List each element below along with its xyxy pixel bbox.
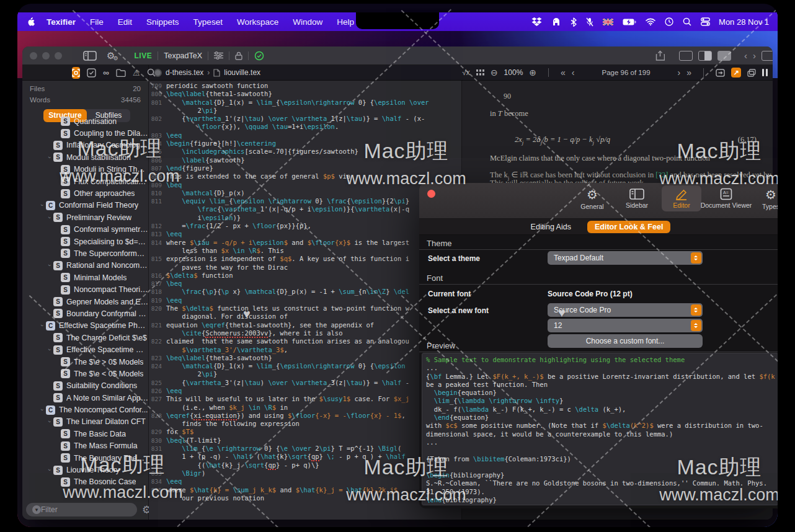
- editor-line[interactable]: 827This will be useful to us later in th…: [149, 395, 461, 403]
- editor-line[interactable]: 820The $\delta$ function lets us constru…: [149, 304, 461, 313]
- editor-line[interactable]: 807\end{figure}: [149, 164, 461, 172]
- files-mode-icon[interactable]: [116, 69, 126, 77]
- editor-line[interactable]: 819\eeq: [149, 296, 461, 304]
- editor-line[interactable]: {(\hat{k}_j \sqrt{qp} - p+ q)\}: [149, 461, 461, 469]
- editor-line[interactable]: i\epsilon)}: [149, 214, 461, 222]
- dropbox-icon[interactable]: [531, 17, 542, 27]
- structure-item[interactable]: SCoupling to the Dilato...: [22, 127, 148, 139]
- editor-line[interactable]: 812 =\frac{1/2 - px + \floor{px}}{p},: [149, 222, 461, 230]
- structure-item[interactable]: SGepner Models and Exa...: [22, 296, 148, 308]
- structure-item[interactable]: SA Note on Similar Appr...: [22, 392, 148, 404]
- lock-icon[interactable]: [235, 51, 242, 60]
- editor-line[interactable]: 802 {\vartheta_1'(z|\tau) \over \varthet…: [149, 115, 461, 123]
- structure-item[interactable]: SModuli in String Theory: [22, 164, 148, 175]
- filter-input[interactable]: [26, 503, 137, 516]
- structure-item[interactable]: SOther approaches: [22, 187, 148, 199]
- symbols-mode-icon[interactable]: ∞: [103, 68, 109, 78]
- zoom-level[interactable]: 100%: [504, 68, 523, 77]
- editor-line[interactable]: 813\eeq: [149, 230, 461, 238]
- editor-line[interactable]: \cite{Schomerus:2003vv}, where it is als…: [149, 329, 461, 337]
- typeset-options-sliders-icon[interactable]: [214, 51, 223, 60]
- editor-line[interactable]: \frac{\vartheta_1'(x|-q/p + i\epsilon)}{…: [149, 205, 461, 213]
- syntax-check-icon[interactable]: [254, 51, 264, 61]
- structure-item[interactable]: SSuitability Conditions: [22, 380, 148, 392]
- editor-line[interactable]: 801 \mathcal{D}_1(x) = \lim_{\epsilon\ri…: [149, 99, 461, 107]
- prefs-tab-editor[interactable]: Editor: [662, 185, 701, 211]
- font-size-dropdown[interactable]: 12: [548, 319, 703, 332]
- input-flag-icon[interactable]: [603, 19, 613, 25]
- extra-view-button[interactable]: [762, 51, 773, 61]
- apple-menu[interactable]: [26, 17, 35, 27]
- structure-item[interactable]: ›SLiouville Theory: [22, 464, 148, 476]
- structure-item[interactable]: SThe Basic Data: [22, 428, 148, 440]
- battery-icon[interactable]: [623, 19, 636, 25]
- view-pdf-only-button[interactable]: [717, 51, 731, 61]
- editor-line[interactable]: 818 \frac{\p}{\p x} \mathcal{D}_p(x) = -…: [149, 288, 461, 296]
- editor-line[interactable]: 831 \lim_{\e \rightarrow 0} {\e \over 2\…: [149, 445, 461, 453]
- structure-item[interactable]: ›CThe Noncompact Confor...: [22, 404, 148, 415]
- equation-preview-icon[interactable]: √x: [462, 68, 470, 77]
- mic-off-icon[interactable]: [586, 17, 593, 27]
- structure-item[interactable]: SThe Boundary Theory...: [22, 452, 148, 464]
- zoom-button[interactable]: [55, 52, 62, 60]
- structure-item[interactable]: SFlux Compactificatio...: [22, 175, 148, 187]
- tab-editing-aids[interactable]: Editing Aids: [531, 223, 571, 231]
- menu-texifier[interactable]: Texifier: [47, 17, 76, 27]
- editor-line[interactable]: 821equation \eqref{theta1-sawtooth}, see…: [149, 321, 461, 329]
- structure-item[interactable]: SSpecialising to $d=2...: [22, 236, 148, 247]
- menu-file[interactable]: File: [90, 17, 104, 27]
- editor-line[interactable]: 832 1 + (p -q) - \half (\hat{k}\sqrt{qp}…: [149, 453, 461, 461]
- menu-workspace[interactable]: Workspace: [237, 17, 278, 27]
- structure-item[interactable]: ›SThe Linear Dilaton CFT: [22, 416, 148, 428]
- latex-editor[interactable]: 799periodic sawtooth function800\beq\lab…: [149, 81, 462, 520]
- history-forward-icon[interactable]: ›: [753, 50, 756, 61]
- editor-line[interactable]: 828\eqref{xi-equation}) and using $\floo…: [149, 412, 461, 420]
- editor-line[interactable]: 809\beq: [149, 181, 461, 189]
- editor-line[interactable]: 826\eeq: [149, 387, 461, 395]
- view-editor-only-button[interactable]: [679, 51, 693, 61]
- control-center-icon[interactable]: [701, 17, 710, 26]
- editor-line[interactable]: 829for $T$: [149, 428, 461, 436]
- next-page-icon[interactable]: ›: [678, 68, 681, 78]
- editor-line[interactable]: 805 \includegraphics[scale=.70]{figures/…: [149, 148, 461, 156]
- editor-line[interactable]: 2\pi}: [149, 107, 461, 115]
- copy-pages-icon[interactable]: [747, 69, 756, 77]
- chevron-down-icon[interactable]: ›: [47, 214, 53, 221]
- typeset-engine-label[interactable]: TexpadTeX: [164, 51, 202, 60]
- structure-item[interactable]: SQuantisation: [22, 115, 148, 127]
- menu-typeset[interactable]: Typeset: [193, 17, 223, 27]
- structure-item[interactable]: SConformal symmetry ...: [22, 224, 148, 236]
- editor-line[interactable]: (i.e., when $k_j \in \R$ in: [149, 404, 461, 412]
- tab-editor-look-and-feel[interactable]: Editor Look & Feel: [587, 221, 670, 233]
- sync-scroll-icon[interactable]: [716, 69, 725, 77]
- typeset-settings-gears-icon[interactable]: ⚙⚙: [107, 50, 118, 61]
- structure-item[interactable]: SThe Mass Formula: [22, 440, 148, 452]
- chevron-down-icon[interactable]: ›: [47, 418, 53, 425]
- breadcrumb-root[interactable]: d-thesis.tex: [166, 68, 203, 77]
- prev-page-icon[interactable]: ‹: [572, 68, 575, 78]
- editor-line[interactable]: \floor{x}), \qquad \tau=1+i\epsilon.: [149, 123, 461, 131]
- editor-line[interactable]: 825 {\vartheta_3'(z|\tau) \over \varthet…: [149, 379, 461, 387]
- zoom-in-icon[interactable]: ⊕: [529, 68, 536, 78]
- font-dropdown[interactable]: Source Code Pro: [548, 303, 703, 317]
- structure-mode-button[interactable]: [72, 67, 80, 79]
- structure-item[interactable]: ›SModuli stabilisation: [22, 151, 148, 163]
- structure-item[interactable]: ›SPreliminary Review: [22, 211, 148, 223]
- editor-line[interactable]: 814where $\tau = -q/p + i\epsilon$ and $…: [149, 239, 461, 247]
- editor-line[interactable]: 835where $\hat{k} = \sum_j k_k$ and $\ha…: [149, 486, 461, 494]
- structure-item[interactable]: ›CConformal Field Theory: [22, 200, 148, 211]
- editor-line[interactable]: 800\beq\label{theta1-sawtooth}: [149, 90, 461, 98]
- zoom-out-icon[interactable]: ⊖: [491, 68, 498, 78]
- search-icon[interactable]: [683, 17, 691, 26]
- editor-line[interactable]: $\vartheta_3'/\vartheta_3$,: [149, 346, 461, 354]
- view-split-button[interactable]: [698, 51, 712, 61]
- structure-item[interactable]: ›SEffective Spacetime Ph...: [22, 344, 148, 355]
- editor-line[interactable]: less than $x \in \R$. This: [149, 247, 461, 255]
- prefs-tab-sidebar[interactable]: Sidebar: [617, 185, 657, 211]
- editor-line[interactable]: 806 \label{sawtooth}: [149, 156, 461, 164]
- live-typeset-indicator[interactable]: LIVE: [135, 51, 153, 60]
- wifi-icon[interactable]: [646, 18, 655, 25]
- chevron-down-icon[interactable]: ›: [39, 202, 45, 209]
- structure-item[interactable]: SThe $\e < 0$ Models: [22, 368, 148, 379]
- chevron-down-icon[interactable]: ›: [47, 346, 53, 353]
